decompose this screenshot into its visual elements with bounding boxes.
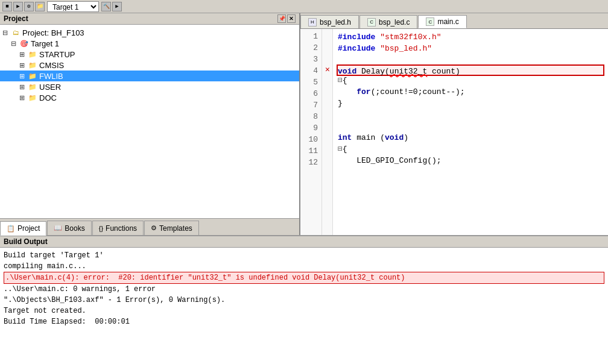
code-lines[interactable]: #include "stm32f10x.h"#include "bsp_led.… <box>333 29 608 235</box>
right-panel: Hbsp_led.hCbsp_led.cCmain.c 123456789101… <box>300 13 608 235</box>
error-marker-3 <box>322 52 333 63</box>
tree-label-target1: Target 1 <box>31 39 59 48</box>
tree-icon-doc: 📁 <box>28 93 37 102</box>
error-marker-12 <box>322 155 333 166</box>
tab-project-tab[interactable]: 📋Project <box>0 221 46 236</box>
error-marker-5 <box>322 75 333 86</box>
tree-item-cmsis[interactable]: ⊞ 📁CMSIS <box>0 60 299 71</box>
panel-pin-btn[interactable]: 📌 <box>277 14 286 23</box>
toolbar-icon-4[interactable]: 📁 <box>35 2 45 11</box>
left-panel: Project 📌 ✕ ⊟ 🗂Project: BH_F103⊟ 🎯Target… <box>0 13 300 235</box>
tree-expander-doc[interactable]: ⊞ <box>19 94 28 102</box>
error-block: .\User\main.c(4): error: #20: identifier… <box>4 272 604 284</box>
tab-label-templates-tab: Templates <box>159 224 192 233</box>
build-output-title: Build Output <box>0 236 608 248</box>
tree-label-doc: DOC <box>39 93 57 102</box>
file-tab-label-bsp_led_c: bsp_led.c <box>379 18 410 27</box>
tab-books-tab[interactable]: 📖Books <box>47 221 91 235</box>
build-output-content[interactable]: Build target 'Target 1'compiling main.c.… <box>0 248 608 364</box>
error-marker-7 <box>322 98 333 109</box>
tree-label-project: Project: BH_F103 <box>22 28 84 37</box>
file-tab-main_c[interactable]: Cmain.c <box>418 15 466 28</box>
line-num-2: 2 <box>300 43 321 54</box>
tree-label-cmsis: CMSIS <box>39 61 64 70</box>
code-line-9 <box>338 121 603 132</box>
project-panel-titlebar: Project 📌 ✕ <box>0 13 299 25</box>
tree-expander-fwlib[interactable]: ⊞ <box>19 72 28 80</box>
build-output-line-5: ".\Objects\BH_F103.axf" - 1 Error(s), 0 … <box>4 295 604 306</box>
tree-item-user[interactable]: ⊞ 📁USER <box>0 81 299 92</box>
tree-expander-cmsis[interactable]: ⊞ <box>19 61 28 69</box>
tab-label-books-tab: Books <box>65 224 84 233</box>
tree-item-project[interactable]: ⊟ 🗂Project: BH_F103 <box>0 27 299 38</box>
error-marker-9 <box>322 121 333 132</box>
file-tab-icon-main_c: C <box>426 17 434 26</box>
build-error-line-2: .\User\main.c(4): error: #20: identifier… <box>5 274 288 282</box>
line-numbers: 123456789101112 <box>300 29 322 235</box>
main-container: Project 📌 ✕ ⊟ 🗂Project: BH_F103⊟ 🎯Target… <box>0 13 608 364</box>
toolbar-icons: ■ ▶ ⚙ 📁 <box>2 2 45 11</box>
tab-label-functions-tab: Functions <box>106 224 137 233</box>
code-area[interactable]: 123456789101112 ✕ #include "stm32f10x.h"… <box>300 29 608 235</box>
tree-expander-startup[interactable]: ⊞ <box>19 51 28 58</box>
toolbar-icon-3[interactable]: ⚙ <box>24 2 34 11</box>
tab-templates-tab[interactable]: ⚙Templates <box>144 221 199 235</box>
line-num-6: 6 <box>300 89 321 100</box>
tab-icon-templates-tab: ⚙ <box>151 224 157 232</box>
tab-icon-functions-tab: {} <box>99 225 103 232</box>
toolbar-icon-2[interactable]: ▶ <box>13 2 23 11</box>
tree-icon-project: 🗂 <box>11 28 21 37</box>
toolbar-icon-1[interactable]: ■ <box>2 2 12 11</box>
line-num-1: 1 <box>300 31 321 43</box>
error-marker-1 <box>322 29 333 40</box>
file-tab-label-bsp_led_h: bsp_led.h <box>320 18 351 27</box>
tree-item-doc[interactable]: ⊞ 📁DOC <box>0 92 299 103</box>
target-dropdown[interactable]: Target 1 <box>47 1 99 12</box>
panel-close-btn[interactable]: ✕ <box>287 14 296 23</box>
project-panel-title: Project <box>4 14 28 23</box>
line-num-4: 4 <box>300 66 321 77</box>
code-line-6: for(;count!=0;count--); <box>338 86 603 98</box>
line-num-3: 3 <box>300 54 321 66</box>
file-tab-icon-bsp_led_h: H <box>308 18 317 27</box>
line-num-5: 5 <box>300 77 321 89</box>
line-num-11: 11 <box>300 146 321 157</box>
tree-label-fwlib: FWLIB <box>39 72 63 81</box>
toolbar-icons-right: 🔨 ▶ <box>101 2 122 11</box>
error-marker-11 <box>322 143 333 155</box>
error-marker-8 <box>322 109 333 121</box>
tree-item-startup[interactable]: ⊞ 📁STARTUP <box>0 49 299 60</box>
code-line-10: int main (void) <box>338 132 603 143</box>
code-line-7: } <box>338 98 603 109</box>
tree-expander-target1[interactable]: ⊟ <box>11 40 19 48</box>
tree-icon-target1: 🎯 <box>19 39 29 48</box>
toolbar-debug-icon[interactable]: ▶ <box>112 2 122 11</box>
code-line-2: #include "bsp_led.h" <box>338 43 603 54</box>
file-tab-bsp_led_c[interactable]: Cbsp_led.c <box>359 15 417 28</box>
panel-title-controls: 📌 ✕ <box>277 14 296 23</box>
error-marker-4: ✕ <box>322 63 333 75</box>
toolbar: ■ ▶ ⚙ 📁 Target 1 🔨 ▶ <box>0 0 608 13</box>
tab-functions-tab[interactable]: {}Functions <box>92 221 144 235</box>
bottom-tab-bar: 📋Project📖Books{}Functions⚙Templates <box>0 218 299 235</box>
toolbar-build-icon[interactable]: 🔨 <box>101 2 111 11</box>
build-output-line-1: compiling main.c... <box>4 261 604 272</box>
tree-expander-user[interactable]: ⊞ <box>19 83 28 91</box>
file-tab-bsp_led_h[interactable]: Hbsp_led.h <box>300 15 359 28</box>
file-tab-icon-bsp_led_c: C <box>367 18 376 27</box>
error-x-icon: ✕ <box>325 64 330 74</box>
build-output-line-7: Build Time Elapsed: 00:00:01 <box>4 316 604 327</box>
tree-label-startup: STARTUP <box>39 50 75 59</box>
tree-label-user: USER <box>39 83 61 92</box>
line-num-12: 12 <box>300 157 321 169</box>
tree-expander-project[interactable]: ⊟ <box>2 29 11 37</box>
tree-item-target1[interactable]: ⊟ 🎯Target 1 <box>0 38 299 49</box>
tree-icon-startup: 📁 <box>28 49 37 59</box>
error-marker-2 <box>322 40 333 52</box>
tree-item-fwlib[interactable]: ⊞ 📁FWLIB <box>0 71 299 81</box>
code-line-11: ⊟{ <box>338 143 603 155</box>
tree-icon-fwlib: 📁 <box>28 71 37 81</box>
bottom-section: Build Output Build target 'Target 1'comp… <box>0 236 608 364</box>
code-line-1: #include "stm32f10x.h" <box>338 31 603 43</box>
error-marker-10 <box>322 132 333 143</box>
